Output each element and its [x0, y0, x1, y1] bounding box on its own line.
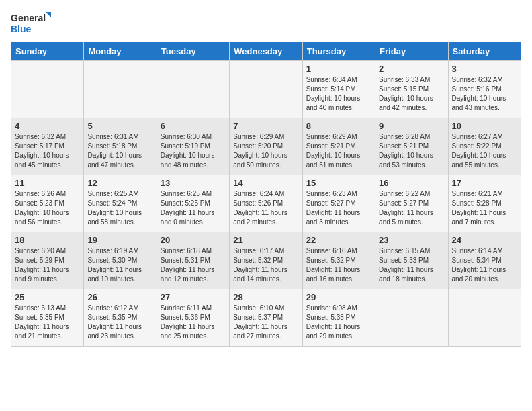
day-number: 26 [87, 292, 152, 302]
calendar-cell: 17Sunrise: 6:21 AM Sunset: 5:28 PM Dayli… [448, 175, 521, 232]
day-info: Sunrise: 6:22 AM Sunset: 5:27 PM Dayligh… [379, 189, 444, 227]
day-number: 3 [452, 64, 517, 74]
day-info: Sunrise: 6:11 AM Sunset: 5:36 PM Dayligh… [161, 304, 226, 341]
calendar-cell: 15Sunrise: 6:23 AM Sunset: 5:27 PM Dayli… [302, 175, 375, 232]
day-info: Sunrise: 6:28 AM Sunset: 5:21 PM Dayligh… [379, 132, 444, 170]
calendar-cell [157, 61, 229, 118]
day-header-friday: Friday [375, 42, 448, 61]
day-info: Sunrise: 6:17 AM Sunset: 5:32 PM Dayligh… [233, 246, 298, 284]
day-number: 22 [306, 235, 371, 245]
day-number: 8 [306, 121, 371, 131]
day-number: 2 [379, 64, 444, 74]
day-info: Sunrise: 6:18 AM Sunset: 5:31 PM Dayligh… [161, 246, 226, 284]
calendar-cell: 29Sunrise: 6:08 AM Sunset: 5:38 PM Dayli… [302, 289, 375, 347]
day-info: Sunrise: 6:08 AM Sunset: 5:38 PM Dayligh… [306, 304, 371, 341]
logo: GeneralBlue [11, 11, 51, 36]
day-info: Sunrise: 6:25 AM Sunset: 5:24 PM Dayligh… [87, 189, 152, 227]
day-number: 17 [452, 178, 517, 188]
calendar-cell: 4Sunrise: 6:32 AM Sunset: 5:17 PM Daylig… [11, 118, 84, 175]
svg-marker-1 [46, 12, 51, 17]
day-header-saturday: Saturday [448, 42, 521, 61]
day-info: Sunrise: 6:14 AM Sunset: 5:34 PM Dayligh… [452, 246, 517, 284]
day-number: 19 [87, 235, 152, 245]
logo-svg: GeneralBlue [11, 11, 51, 36]
calendar-header-row: SundayMondayTuesdayWednesdayThursdayFrid… [11, 42, 521, 61]
calendar-cell: 13Sunrise: 6:25 AM Sunset: 5:25 PM Dayli… [157, 175, 229, 232]
day-number: 20 [161, 235, 226, 245]
page-header: GeneralBlue [11, 11, 521, 36]
day-number: 25 [15, 292, 80, 302]
day-info: Sunrise: 6:27 AM Sunset: 5:22 PM Dayligh… [452, 132, 517, 170]
calendar-cell: 26Sunrise: 6:12 AM Sunset: 5:35 PM Dayli… [84, 289, 157, 347]
day-number: 4 [15, 121, 80, 131]
day-info: Sunrise: 6:29 AM Sunset: 5:21 PM Dayligh… [306, 132, 371, 170]
calendar-cell: 14Sunrise: 6:24 AM Sunset: 5:26 PM Dayli… [230, 175, 302, 232]
day-number: 6 [161, 121, 226, 131]
day-info: Sunrise: 6:20 AM Sunset: 5:29 PM Dayligh… [15, 246, 80, 284]
day-number: 24 [452, 235, 517, 245]
calendar-cell: 20Sunrise: 6:18 AM Sunset: 5:31 PM Dayli… [157, 232, 229, 289]
calendar-cell: 2Sunrise: 6:33 AM Sunset: 5:15 PM Daylig… [375, 61, 448, 118]
calendar-week-1: 1Sunrise: 6:34 AM Sunset: 5:14 PM Daylig… [11, 61, 521, 118]
day-info: Sunrise: 6:26 AM Sunset: 5:23 PM Dayligh… [15, 189, 80, 227]
calendar-week-5: 25Sunrise: 6:13 AM Sunset: 5:35 PM Dayli… [11, 289, 521, 347]
day-number: 1 [306, 64, 371, 74]
day-number: 14 [233, 178, 298, 188]
calendar-week-4: 18Sunrise: 6:20 AM Sunset: 5:29 PM Dayli… [11, 232, 521, 289]
day-number: 18 [15, 235, 80, 245]
day-info: Sunrise: 6:30 AM Sunset: 5:19 PM Dayligh… [161, 132, 226, 170]
day-header-thursday: Thursday [302, 42, 375, 61]
day-info: Sunrise: 6:32 AM Sunset: 5:16 PM Dayligh… [452, 75, 517, 113]
calendar-cell: 18Sunrise: 6:20 AM Sunset: 5:29 PM Dayli… [11, 232, 84, 289]
day-info: Sunrise: 6:34 AM Sunset: 5:14 PM Dayligh… [306, 75, 371, 113]
day-number: 9 [379, 121, 444, 131]
calendar-cell [84, 61, 157, 118]
day-info: Sunrise: 6:29 AM Sunset: 5:20 PM Dayligh… [233, 132, 298, 170]
day-number: 12 [87, 178, 152, 188]
day-number: 10 [452, 121, 517, 131]
calendar-cell: 12Sunrise: 6:25 AM Sunset: 5:24 PM Dayli… [84, 175, 157, 232]
calendar-cell: 3Sunrise: 6:32 AM Sunset: 5:16 PM Daylig… [448, 61, 521, 118]
calendar-cell: 21Sunrise: 6:17 AM Sunset: 5:32 PM Dayli… [230, 232, 302, 289]
day-info: Sunrise: 6:33 AM Sunset: 5:15 PM Dayligh… [379, 75, 444, 113]
calendar-cell: 19Sunrise: 6:19 AM Sunset: 5:30 PM Dayli… [84, 232, 157, 289]
day-header-tuesday: Tuesday [157, 42, 229, 61]
calendar-cell: 25Sunrise: 6:13 AM Sunset: 5:35 PM Dayli… [11, 289, 84, 347]
day-number: 7 [233, 121, 298, 131]
calendar-cell [448, 289, 521, 347]
day-number: 28 [233, 292, 298, 302]
day-info: Sunrise: 6:16 AM Sunset: 5:32 PM Dayligh… [306, 246, 371, 284]
day-number: 21 [233, 235, 298, 245]
calendar-cell: 23Sunrise: 6:15 AM Sunset: 5:33 PM Dayli… [375, 232, 448, 289]
calendar-cell: 24Sunrise: 6:14 AM Sunset: 5:34 PM Dayli… [448, 232, 521, 289]
calendar-cell: 8Sunrise: 6:29 AM Sunset: 5:21 PM Daylig… [302, 118, 375, 175]
day-info: Sunrise: 6:19 AM Sunset: 5:30 PM Dayligh… [87, 246, 152, 284]
calendar-week-3: 11Sunrise: 6:26 AM Sunset: 5:23 PM Dayli… [11, 175, 521, 232]
calendar-cell: 5Sunrise: 6:31 AM Sunset: 5:18 PM Daylig… [84, 118, 157, 175]
calendar-cell: 9Sunrise: 6:28 AM Sunset: 5:21 PM Daylig… [375, 118, 448, 175]
day-header-monday: Monday [84, 42, 157, 61]
calendar-cell [375, 289, 448, 347]
day-info: Sunrise: 6:21 AM Sunset: 5:28 PM Dayligh… [452, 189, 517, 227]
calendar-cell: 7Sunrise: 6:29 AM Sunset: 5:20 PM Daylig… [230, 118, 302, 175]
calendar-table: SundayMondayTuesdayWednesdayThursdayFrid… [11, 42, 521, 347]
day-info: Sunrise: 6:13 AM Sunset: 5:35 PM Dayligh… [15, 304, 80, 341]
day-number: 29 [306, 292, 371, 302]
calendar-cell: 22Sunrise: 6:16 AM Sunset: 5:32 PM Dayli… [302, 232, 375, 289]
calendar-cell: 11Sunrise: 6:26 AM Sunset: 5:23 PM Dayli… [11, 175, 84, 232]
day-number: 13 [161, 178, 226, 188]
calendar-cell: 27Sunrise: 6:11 AM Sunset: 5:36 PM Dayli… [157, 289, 229, 347]
day-number: 23 [379, 235, 444, 245]
calendar-cell: 10Sunrise: 6:27 AM Sunset: 5:22 PM Dayli… [448, 118, 521, 175]
calendar-cell: 28Sunrise: 6:10 AM Sunset: 5:37 PM Dayli… [230, 289, 302, 347]
day-info: Sunrise: 6:24 AM Sunset: 5:26 PM Dayligh… [233, 189, 298, 227]
day-number: 5 [87, 121, 152, 131]
day-number: 11 [15, 178, 80, 188]
calendar-cell: 1Sunrise: 6:34 AM Sunset: 5:14 PM Daylig… [302, 61, 375, 118]
day-info: Sunrise: 6:23 AM Sunset: 5:27 PM Dayligh… [306, 189, 371, 227]
day-info: Sunrise: 6:32 AM Sunset: 5:17 PM Dayligh… [15, 132, 80, 170]
day-info: Sunrise: 6:10 AM Sunset: 5:37 PM Dayligh… [233, 304, 298, 341]
day-number: 27 [161, 292, 226, 302]
svg-text:General: General [11, 13, 46, 24]
calendar-cell: 16Sunrise: 6:22 AM Sunset: 5:27 PM Dayli… [375, 175, 448, 232]
